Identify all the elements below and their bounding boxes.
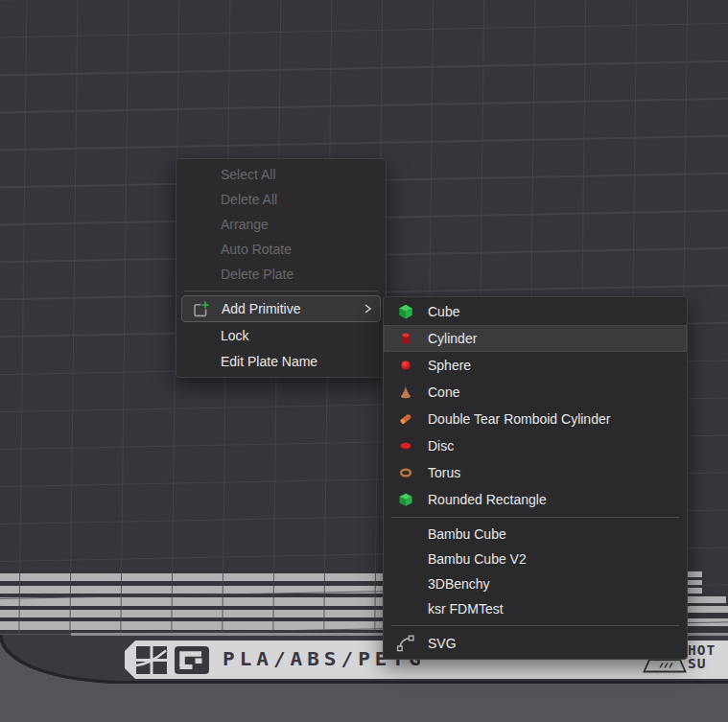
menu-separator (184, 291, 378, 291)
menu-item-add-primitive[interactable]: Add Primitive (181, 295, 381, 322)
cube-icon (397, 303, 414, 320)
submenu-separator (391, 625, 679, 626)
hot-surface-line1: HOT (688, 643, 716, 657)
romboid-cylinder-icon (397, 410, 414, 428)
bezier-curve-icon (396, 634, 415, 653)
disc-icon (397, 437, 414, 454)
torus-icon (397, 464, 414, 481)
plate-type-logo-icon (175, 646, 209, 674)
menu-item-delete-plate: Delete Plate (176, 262, 386, 287)
context-menu: Select All Delete All Arrange Auto Rotat… (176, 158, 387, 378)
add-primitive-submenu: Cube Cylinder (383, 296, 688, 660)
sphere-icon (397, 357, 414, 374)
menu-item-arrange: Arrange (176, 212, 386, 237)
menu-item-select-all: Select All (176, 162, 386, 187)
submenu-item-double-tear-romboid-cylinder[interactable]: Double Tear Romboid Cylinder (384, 406, 687, 432)
menu-item-delete-all: Delete All (176, 187, 386, 212)
submenu-item-svg[interactable]: SVG (384, 630, 687, 657)
cylinder-icon (397, 330, 414, 347)
slicer-viewport: PLA/ABS/PETG HOT SU Select All Delete Al… (0, 0, 728, 722)
hot-surface-warning-text: HOT SU (688, 643, 716, 670)
submenu-item-bambu-cube[interactable]: Bambu Cube (384, 522, 687, 547)
menu-item-lock[interactable]: Lock (176, 322, 386, 348)
rounded-rectangle-icon (397, 491, 414, 508)
submenu-item-cylinder[interactable]: Cylinder (384, 325, 687, 352)
submenu-item-disc[interactable]: Disc (384, 432, 687, 459)
submenu-item-cube[interactable]: Cube (384, 298, 687, 325)
menu-item-auto-rotate: Auto Rotate (176, 237, 386, 262)
bambu-grid-logo-icon (136, 646, 167, 674)
hot-surface-warning-icon (643, 659, 687, 673)
submenu-item-ksr-fdmtest[interactable]: ksr FDMTest (384, 596, 687, 621)
submenu-item-3dbenchy[interactable]: 3DBenchy (384, 571, 687, 596)
submenu-arrow-icon (363, 303, 372, 314)
submenu-item-rounded-rectangle[interactable]: Rounded Rectangle (384, 486, 687, 513)
menu-item-edit-plate-name[interactable]: Edit Plate Name (176, 348, 386, 374)
submenu-separator (391, 517, 679, 518)
submenu-item-cone[interactable]: Cone (384, 379, 687, 406)
cone-icon (397, 384, 414, 401)
add-primitive-icon (193, 300, 211, 318)
submenu-item-sphere[interactable]: Sphere (384, 352, 687, 379)
hot-surface-line2: SU (688, 657, 716, 670)
submenu-item-torus[interactable]: Torus (384, 459, 687, 486)
submenu-item-bambu-cube-v2[interactable]: Bambu Cube V2 (384, 547, 687, 571)
